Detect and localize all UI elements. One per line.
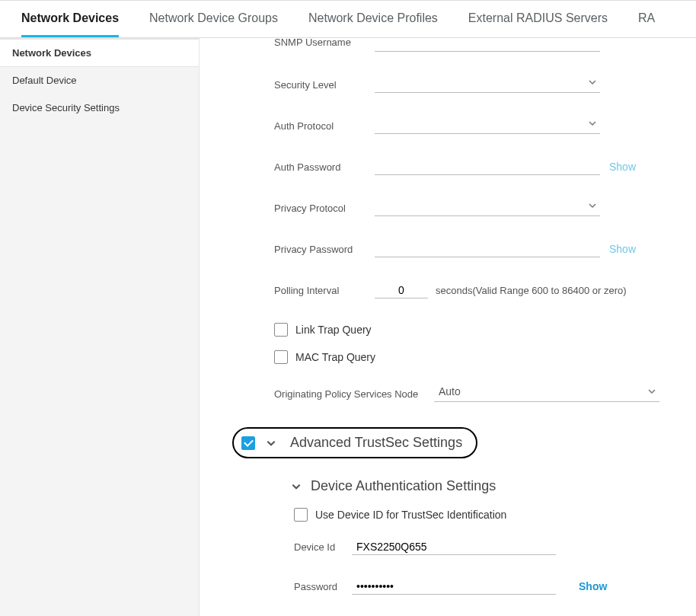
advanced-trustsec-checkbox[interactable]: [241, 436, 255, 450]
chevron-down-icon: [588, 119, 597, 128]
sidebar-item-network-devices[interactable]: Network Devices: [0, 39, 199, 67]
use-device-id-checkbox[interactable]: [294, 508, 308, 522]
tab-bar: Network Devices Network Device Groups Ne…: [0, 0, 696, 38]
chevron-down-icon: [588, 201, 597, 210]
sidebar-item-default-device[interactable]: Default Device: [0, 67, 199, 94]
tab-network-device-profiles[interactable]: Network Device Profiles: [308, 1, 438, 37]
privacy-password-show-link[interactable]: Show: [609, 243, 636, 255]
tab-ra-partial[interactable]: RA: [638, 1, 655, 37]
mac-trap-query-checkbox[interactable]: [274, 350, 288, 364]
originating-policy-node-select[interactable]: Auto: [434, 385, 659, 402]
polling-interval-input[interactable]: [375, 282, 428, 298]
polling-interval-label: Polling Interval: [274, 285, 375, 296]
privacy-protocol-label: Privacy Protocol: [274, 203, 375, 214]
sidebar: Network Devices Default Device Device Se…: [0, 38, 200, 616]
device-id-label: Device Id: [294, 541, 352, 553]
main-form: SNMP Username Security Level Auth Protoc…: [200, 38, 696, 616]
link-trap-query-checkbox[interactable]: [274, 323, 288, 337]
originating-policy-node-label: Originating Policy Services Node: [274, 388, 434, 400]
auth-password-input[interactable]: [375, 158, 600, 175]
device-id-input[interactable]: [352, 538, 556, 555]
tab-network-device-groups[interactable]: Network Device Groups: [149, 1, 278, 37]
use-device-id-label: Use Device ID for TrustSec Identificatio…: [315, 509, 506, 521]
mac-trap-query-label: MAC Trap Query: [295, 351, 375, 363]
security-level-label: Security Level: [274, 79, 375, 91]
link-trap-query-label: Link Trap Query: [295, 324, 372, 336]
privacy-protocol-select[interactable]: [375, 199, 600, 216]
trustsec-password-show-link[interactable]: Show: [579, 580, 607, 592]
tab-network-devices[interactable]: Network Devices: [21, 1, 119, 37]
auth-password-label: Auth Password: [274, 161, 375, 173]
privacy-password-input[interactable]: [375, 241, 600, 257]
auth-protocol-label: Auth Protocol: [274, 120, 375, 132]
auth-protocol-select[interactable]: [375, 117, 600, 134]
sidebar-item-device-security-settings[interactable]: Device Security Settings: [0, 94, 199, 122]
device-auth-section-header[interactable]: Device Authentication Settings: [291, 478, 696, 494]
chevron-down-icon[interactable]: [266, 438, 276, 448]
chevron-down-icon[interactable]: [291, 481, 302, 492]
tab-external-radius-servers[interactable]: External RADIUS Servers: [468, 1, 608, 37]
auth-password-show-link[interactable]: Show: [609, 161, 636, 173]
advanced-trustsec-section-header[interactable]: Advanced TrustSec Settings: [232, 427, 477, 458]
advanced-trustsec-title: Advanced TrustSec Settings: [290, 435, 462, 451]
chevron-down-icon: [588, 78, 597, 87]
originating-policy-node-value: Auto: [434, 385, 461, 397]
polling-interval-hint: seconds(Valid Range 600 to 86400 or zero…: [436, 285, 627, 296]
privacy-password-label: Privacy Password: [274, 244, 375, 255]
security-level-select[interactable]: [375, 76, 600, 93]
device-auth-title: Device Authentication Settings: [311, 478, 496, 494]
snmp-username-label: SNMP Username: [274, 38, 375, 48]
chevron-down-icon: [647, 387, 656, 396]
snmp-username-input[interactable]: [375, 38, 600, 52]
trustsec-password-input[interactable]: [352, 578, 556, 595]
trustsec-password-label: Password: [294, 581, 352, 592]
